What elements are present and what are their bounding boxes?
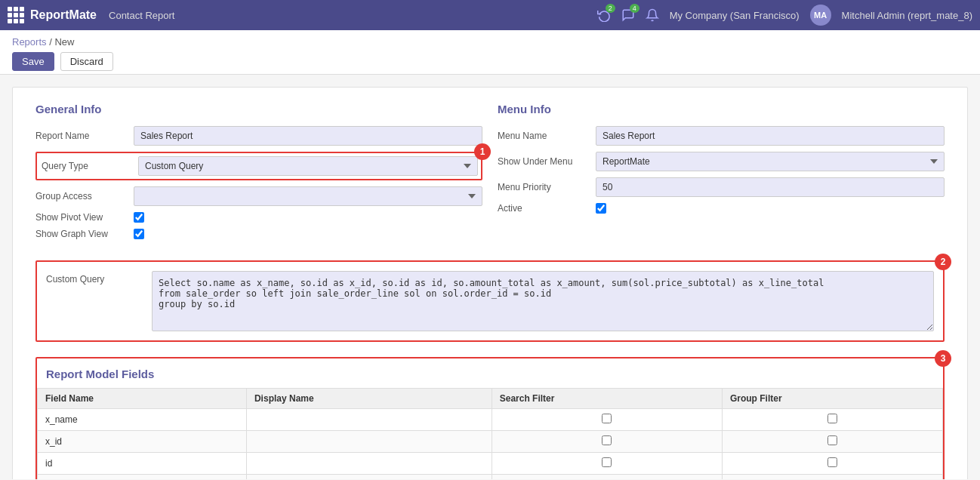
report-model-title: Report Model Fields: [37, 358, 943, 380]
show-pivot-label: Show Pivot View: [35, 212, 134, 223]
show-pivot-checkbox[interactable]: [134, 212, 144, 223]
cell-group-filter: [722, 409, 942, 431]
breadcrumb-parent[interactable]: Reports: [12, 36, 47, 48]
query-type-inner: Query Type Custom Query Model Query: [39, 155, 479, 177]
cell-display-name: [246, 453, 492, 475]
cell-field-name: id: [38, 453, 247, 475]
breadcrumb-bar: Reports / New Save Discard: [0, 30, 980, 75]
search-filter-checkbox[interactable]: [602, 457, 612, 467]
chat-badge: 4: [630, 4, 639, 13]
col-header-search-filter: Search Filter: [492, 389, 722, 409]
update-badge: 2: [606, 4, 615, 13]
cell-display-name: [246, 475, 492, 480]
save-button[interactable]: Save: [12, 52, 54, 71]
custom-query-section: Custom Query 2: [35, 260, 945, 342]
custom-query-textarea[interactable]: [152, 271, 934, 331]
menu-priority-label: Menu Priority: [498, 182, 596, 192]
chat-icon-wrapper[interactable]: 4: [621, 8, 635, 22]
cell-group-filter: [722, 431, 942, 453]
cell-search-filter: [492, 475, 722, 480]
bell-icon: [646, 8, 659, 22]
breadcrumb-current: New: [54, 36, 74, 48]
table-header-row: Field Name Display Name Search Filter Gr…: [38, 389, 943, 409]
group-filter-checkbox[interactable]: [827, 457, 837, 467]
table-row: id: [38, 453, 943, 475]
active-row: Active: [498, 203, 945, 214]
query-type-border: Query Type Custom Query Model Query: [35, 152, 482, 180]
app-name: ReportMate: [30, 8, 97, 22]
query-type-select[interactable]: Custom Query Model Query: [138, 156, 478, 176]
badge-2: 2: [935, 254, 951, 270]
table-row: x_id: [38, 431, 943, 453]
show-pivot-row: Show Pivot View: [35, 212, 482, 223]
toolbar-buttons: Save Discard: [12, 52, 968, 71]
badge-3: 3: [935, 350, 951, 367]
menu-name-row: Menu Name: [498, 126, 945, 146]
query-type-label: Query Type: [39, 158, 137, 174]
group-access-row: Group Access: [35, 186, 482, 206]
navbar-right: 2 4 My Company (San Francisco) MA Mitche…: [597, 5, 972, 26]
show-graph-row: Show Graph View: [35, 229, 482, 239]
user-name: Mitchell Admin (reprt_mate_8): [842, 10, 972, 21]
table-body: x_name x_id id x_amount x_line_total: [38, 409, 943, 480]
general-info-title: General Info: [35, 103, 482, 115]
group-filter-checkbox[interactable]: [827, 414, 837, 423]
menu-info-title: Menu Info: [498, 103, 945, 115]
menu-priority-input[interactable]: [596, 177, 945, 197]
cell-field-name: x_id: [38, 431, 247, 453]
update-icon-wrapper[interactable]: 2: [597, 8, 611, 22]
col-header-group-filter: Group Filter: [722, 389, 942, 409]
menu-priority-row: Menu Priority: [498, 177, 945, 197]
cell-field-name: x_name: [38, 409, 247, 431]
show-graph-label: Show Graph View: [35, 229, 134, 239]
active-checkbox[interactable]: [596, 203, 606, 214]
custom-query-label: Custom Query: [46, 271, 144, 285]
show-under-menu-select[interactable]: ReportMate: [596, 152, 945, 171]
avatar[interactable]: MA: [810, 5, 831, 26]
cell-search-filter: [492, 453, 722, 475]
menu-name-label: Menu Name: [498, 131, 596, 141]
cell-display-name: [246, 409, 492, 431]
col-header-field-name: Field Name: [38, 389, 247, 409]
group-access-select[interactable]: [134, 186, 482, 206]
group-access-label: Group Access: [35, 191, 134, 202]
company-name: My Company (San Francisco): [670, 10, 800, 21]
main-content: General Info Report Name Query Type Cust…: [0, 75, 980, 479]
table-row: x_name: [38, 409, 943, 431]
grid-icon: [8, 7, 24, 23]
navbar: ReportMate Contact Report 2 4 My Company…: [0, 0, 980, 30]
discard-button[interactable]: Discard: [60, 52, 113, 71]
cell-search-filter: [492, 431, 722, 453]
report-name-input[interactable]: [134, 126, 482, 146]
form-card: General Info Report Name Query Type Cust…: [12, 87, 968, 479]
cell-group-filter: [722, 475, 942, 480]
report-model-table: Field Name Display Name Search Filter Gr…: [37, 388, 943, 479]
bell-icon-wrapper[interactable]: [646, 8, 659, 22]
show-graph-checkbox[interactable]: [134, 229, 144, 239]
menu-name-input[interactable]: [596, 126, 945, 146]
search-filter-checkbox[interactable]: [602, 435, 612, 445]
general-info-section: General Info Report Name Query Type Cust…: [35, 103, 482, 245]
report-name-row: Report Name: [35, 126, 482, 146]
cell-group-filter: [722, 453, 942, 475]
breadcrumb: Reports / New: [12, 36, 968, 48]
active-label: Active: [498, 203, 596, 214]
search-filter-checkbox[interactable]: [602, 414, 612, 423]
two-col-section: General Info Report Name Query Type Cust…: [35, 103, 945, 245]
query-type-wrapper: Query Type Custom Query Model Query 1: [35, 152, 482, 180]
brand[interactable]: ReportMate: [8, 7, 97, 23]
table-row: x_amount: [38, 475, 943, 480]
menu-item-contact-report[interactable]: Contact Report: [109, 10, 174, 21]
cell-field-name: x_amount: [38, 475, 247, 480]
show-under-menu-row: Show Under Menu ReportMate: [498, 152, 945, 171]
col-header-display-name: Display Name: [246, 389, 492, 409]
report-name-label: Report Name: [35, 131, 134, 141]
menu-info-section: Menu Info Menu Name Show Under Menu Repo…: [498, 103, 945, 245]
cell-display-name: [246, 431, 492, 453]
report-model-section: Report Model Fields 3 Field Name Display…: [35, 357, 945, 479]
show-under-menu-label: Show Under Menu: [498, 156, 596, 167]
cell-search-filter: [492, 409, 722, 431]
badge-1: 1: [474, 143, 491, 160]
group-filter-checkbox[interactable]: [827, 435, 837, 445]
